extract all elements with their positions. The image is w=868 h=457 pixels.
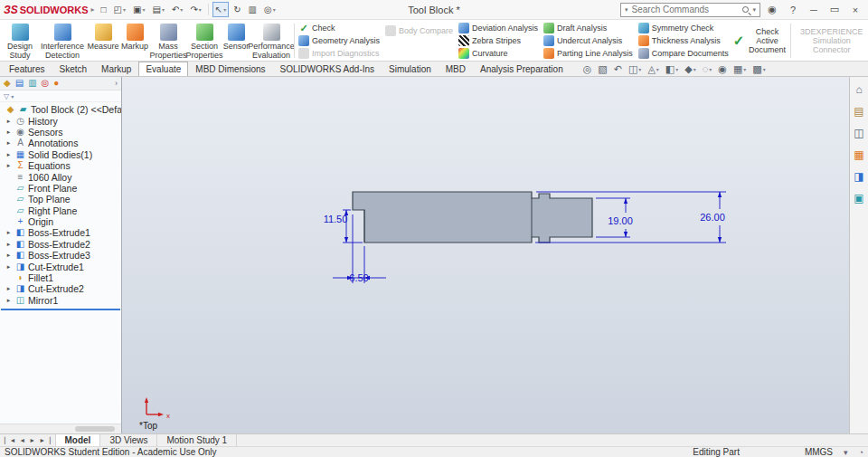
- tab-sketch[interactable]: Sketch: [52, 62, 94, 76]
- expand-arrow-icon[interactable]: ▸: [5, 297, 13, 304]
- menu-expand-icon[interactable]: ▸: [91, 5, 95, 14]
- tree-item-annotations[interactable]: ▸ A Annotations: [0, 138, 121, 148]
- custom-properties-icon[interactable]: ▣: [854, 192, 863, 205]
- new-document-icon[interactable]: □: [99, 2, 109, 17]
- toolbox-icon[interactable]: ▦: [854, 148, 863, 161]
- tab-motion-study-1[interactable]: Motion Study 1: [157, 434, 237, 446]
- annotation-views-icon[interactable]: ◬▾: [647, 63, 658, 75]
- tab-solidworks-add-ins[interactable]: SOLIDWORKS Add-Ins: [273, 62, 382, 76]
- hide-show-items-icon[interactable]: ◌▾: [703, 63, 712, 74]
- tab-model[interactable]: Model: [56, 434, 101, 446]
- expand-arrow-icon[interactable]: ▸: [5, 139, 13, 147]
- expand-arrow-icon[interactable]: ▸: [5, 263, 13, 271]
- design-study-button[interactable]: Design Study: [2, 21, 38, 61]
- mass-properties-button[interactable]: Mass Properties: [150, 21, 186, 61]
- tree-item-material[interactable]: ≡ 1060 Alloy: [0, 171, 121, 182]
- maximize-button[interactable]: ▭: [826, 2, 844, 18]
- design-library-icon[interactable]: ▤: [854, 105, 863, 118]
- parting-line-analysis-button[interactable]: Parting Line Analysis: [543, 48, 633, 60]
- tree-item-right-plane[interactable]: ▱ Right Plane: [0, 205, 121, 216]
- tab-features[interactable]: Features: [2, 62, 52, 76]
- tree-item-front-plane[interactable]: ▱ Front Plane: [0, 183, 121, 194]
- view-orientation-icon[interactable]: ◧▾: [665, 63, 678, 75]
- markup-button[interactable]: Markup: [119, 21, 150, 61]
- tab-simulation[interactable]: Simulation: [382, 62, 439, 76]
- first-tab-icon[interactable]: ▏◄: [5, 437, 15, 444]
- expand-arrow-icon[interactable]: ▸: [5, 151, 13, 158]
- panel-expand-icon[interactable]: ›: [115, 79, 118, 88]
- measure-button[interactable]: Measure: [87, 21, 119, 61]
- account-icon[interactable]: ◉: [763, 2, 781, 18]
- sensor-button[interactable]: Sensor: [222, 21, 250, 61]
- status-globe-icon[interactable]: ◔: [859, 448, 863, 457]
- search-scope-icon[interactable]: ▾: [625, 6, 628, 14]
- tree-horizontal-scrollbar[interactable]: [0, 424, 121, 433]
- units-caret-icon[interactable]: ▾: [844, 448, 848, 457]
- dimension-26-00[interactable]: 26.00: [700, 212, 725, 223]
- dimension-11-50[interactable]: 11.50: [324, 214, 348, 224]
- expand-arrow-icon[interactable]: ▸: [5, 241, 13, 248]
- file-explorer-icon[interactable]: ◫: [854, 127, 863, 139]
- section-properties-button[interactable]: Section Properties: [186, 21, 222, 61]
- expand-arrow-icon[interactable]: ▸: [5, 118, 13, 125]
- tree-filter[interactable]: ▽ ▾: [0, 90, 121, 102]
- apply-scene-icon[interactable]: ▦▾: [733, 63, 746, 75]
- appearances-icon[interactable]: ◨: [854, 170, 863, 183]
- previous-view-icon[interactable]: ↶: [614, 63, 622, 75]
- view-settings-icon[interactable]: ▩▾: [752, 63, 765, 75]
- tree-item-equations[interactable]: ▸ Σ Equations: [0, 160, 121, 171]
- expand-arrow-icon[interactable]: ▸: [5, 229, 13, 236]
- displaymanager-tab-icon[interactable]: ●: [53, 79, 59, 88]
- geometry-analysis-button[interactable]: Geometry Analysis: [298, 35, 380, 47]
- dimension-19-00[interactable]: 19.00: [608, 215, 633, 226]
- thickness-analysis-button[interactable]: Thickness Analysis: [638, 35, 729, 47]
- next-tab-icon[interactable]: ►: [29, 437, 35, 443]
- tree-item-fillet1[interactable]: ◗ Fillet1: [0, 272, 121, 283]
- tab-evaluate[interactable]: Evaluate: [138, 62, 188, 76]
- propertymanager-tab-icon[interactable]: ▤: [15, 79, 24, 88]
- units-selector[interactable]: MMGS: [805, 447, 833, 457]
- scrollbar-thumb[interactable]: [75, 426, 115, 432]
- graphics-viewport[interactable]: 11.50 6.50 19.00 26.00 x *Top: [122, 77, 849, 433]
- tree-item-solid-bodies[interactable]: ▸ ▦ Solid Bodies(1): [0, 149, 121, 160]
- zebra-stripes-button[interactable]: Zebra Stripes: [458, 35, 538, 47]
- expand-arrow-icon[interactable]: ▸: [5, 252, 13, 259]
- save-icon[interactable]: ▣▾: [130, 2, 147, 17]
- check-button[interactable]: ✓ Check: [298, 23, 380, 34]
- dimension-6-50[interactable]: 6.50: [349, 272, 368, 283]
- search-caret-icon[interactable]: ▾: [752, 6, 756, 14]
- last-tab-icon[interactable]: ►▕: [39, 437, 50, 444]
- tree-item-sensors[interactable]: ▸ ◉ Sensors: [0, 127, 121, 138]
- tree-item-boss-extrude3[interactable]: ▸ ◧ Boss-Extrude3: [0, 250, 121, 261]
- tree-item-cut-extrude2[interactable]: ▸ ◨ Cut-Extrude2: [0, 283, 121, 294]
- dimxpertmanager-tab-icon[interactable]: ◎: [42, 79, 50, 88]
- tree-item-cut-extrude1[interactable]: ▸ ◨ Cut-Extrude1: [0, 261, 121, 271]
- check-active-document-button[interactable]: ✓ Check Active Document: [731, 21, 789, 61]
- rollback-bar[interactable]: [1, 309, 120, 310]
- symmetry-check-button[interactable]: Symmetry Check: [638, 23, 729, 34]
- tree-item-history[interactable]: ▸ ◷ History: [0, 115, 121, 126]
- expand-arrow-icon[interactable]: ▸: [5, 285, 13, 292]
- configurationmanager-tab-icon[interactable]: ▥: [28, 79, 36, 88]
- help-icon[interactable]: ?: [784, 2, 802, 18]
- tab-analysis-preparation[interactable]: Analysis Preparation: [473, 62, 571, 76]
- close-button[interactable]: ×: [846, 2, 864, 18]
- tab-3d-views[interactable]: 3D Views: [100, 434, 157, 446]
- tree-item-boss-extrude2[interactable]: ▸ ◧ Boss-Extrude2: [0, 239, 121, 250]
- undercut-analysis-button[interactable]: Undercut Analysis: [543, 35, 633, 47]
- search-input[interactable]: [632, 5, 740, 14]
- curvature-button[interactable]: Curvature: [458, 48, 538, 60]
- section-view-icon[interactable]: ◫▾: [628, 63, 641, 75]
- tab-mbd-dimensions[interactable]: MBD Dimensions: [188, 62, 272, 76]
- tree-item-origin[interactable]: + Origin: [0, 216, 121, 227]
- undo-icon[interactable]: ↶▾: [169, 2, 185, 17]
- compare-documents-button[interactable]: Compare Documents: [638, 48, 729, 60]
- zoom-fit-icon[interactable]: ◎: [583, 63, 592, 75]
- select-cursor-icon[interactable]: ↖▾: [212, 2, 229, 17]
- expand-arrow-icon[interactable]: ▸: [5, 162, 13, 169]
- open-icon[interactable]: ◰▾: [111, 2, 128, 17]
- tab-markup[interactable]: Markup: [94, 62, 138, 76]
- rebuild-icon[interactable]: ↻: [231, 2, 243, 17]
- expand-arrow-icon[interactable]: ▸: [5, 129, 13, 136]
- tree-item-top-plane[interactable]: ▱ Top Plane: [0, 194, 121, 205]
